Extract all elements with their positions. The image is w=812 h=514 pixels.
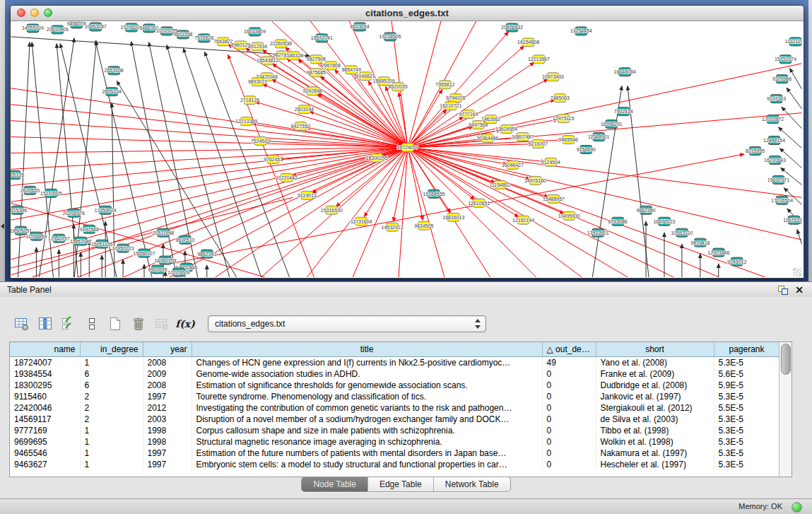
table-cell[interactable]: 2008: [143, 380, 192, 391]
graph-node[interactable]: 15219905: [40, 189, 62, 197]
table-cell[interactable]: Tourette syndrome. Phenomenology and cla…: [192, 391, 542, 402]
table-cell[interactable]: Wolkin et al. (1998): [596, 436, 714, 448]
row-height-icon[interactable]: [81, 314, 102, 334]
table-cell[interactable]: Franke et al. (2009): [596, 368, 714, 380]
select-columns-icon[interactable]: [58, 314, 79, 334]
table-cell[interactable]: 0: [542, 436, 596, 448]
table-cell[interactable]: Jankovic et al. (1997): [596, 391, 714, 402]
table-cell[interactable]: Nakamura et al. (1997): [596, 448, 714, 459]
table-cell[interactable]: 18300295: [10, 380, 80, 391]
graph-node[interactable]: 20511998: [153, 228, 175, 237]
table-cell[interactable]: 0: [542, 414, 596, 425]
graph-node[interactable]: 12213967: [528, 55, 550, 64]
table-cell[interactable]: Dudbridge et al. (2008): [596, 380, 714, 391]
table-cell[interactable]: Genome-wide association studies in ADHD.: [192, 368, 542, 380]
table-cell[interactable]: 1997: [143, 459, 192, 470]
table-cell[interactable]: Disruption of a novel member of a sodium…: [192, 414, 542, 425]
graph-node[interactable]: 16154808: [517, 38, 539, 47]
graph-node[interactable]: 9875685: [307, 69, 326, 77]
graph-node[interactable]: 15316530: [321, 206, 343, 214]
table-cell[interactable]: 5.3E-5: [714, 425, 779, 436]
table-cell[interactable]: 1: [80, 459, 143, 470]
graph-node[interactable]: 11544901: [588, 133, 610, 141]
scrollbar-thumb[interactable]: [781, 344, 791, 375]
graph-node[interactable]: 2803144: [295, 105, 314, 114]
column-header-in_degree[interactable]: in_degree: [80, 342, 143, 357]
graph-node[interactable]: 18572241: [311, 34, 333, 42]
maximize-button[interactable]: [44, 8, 52, 17]
table-cell[interactable]: 5.3E-5: [714, 414, 779, 425]
graph-node[interactable]: 9242848: [303, 87, 322, 95]
table-cell[interactable]: Tibbo et al. (1998): [596, 425, 714, 436]
table-cell[interactable]: 9463627: [10, 459, 80, 470]
graph-node[interactable]: 10553310: [671, 228, 693, 237]
table-cell[interactable]: 0: [542, 448, 596, 459]
close-button[interactable]: [17, 8, 25, 17]
graph-node[interactable]: 7515526: [194, 34, 213, 42]
column-header-out_de[interactable]: △ out_de…: [542, 342, 596, 357]
graph-node[interactable]: 14532913: [382, 223, 404, 231]
table-row[interactable]: 1830029562008Estimation of significance …: [10, 380, 779, 391]
graph-node[interactable]: 15958107: [134, 249, 155, 257]
graph-node[interactable]: 8522035: [388, 83, 407, 91]
table-cell[interactable]: 5.3E-5: [714, 357, 779, 369]
graph-node[interactable]: 15488957: [543, 194, 565, 203]
table-cell[interactable]: 5.3E-5: [714, 448, 779, 459]
table-cell[interactable]: Estimation of significance thresholds fo…: [192, 380, 542, 391]
graph-node[interactable]: 9617510: [175, 235, 194, 244]
network-window-titlebar[interactable]: citations_edges.txt: [11, 6, 804, 21]
graph-node[interactable]: 10220009: [167, 268, 189, 276]
graph-node[interactable]: 15184555: [423, 189, 445, 198]
graph-node[interactable]: 15692971: [767, 175, 789, 184]
graph-node[interactable]: 9465546: [559, 136, 578, 144]
graph-node[interactable]: 6794028: [446, 94, 465, 103]
table-row[interactable]: 1872400712008Changes of HCN gene express…: [10, 357, 779, 369]
graph-node[interactable]: 9777169: [459, 110, 478, 119]
table-cell[interactable]: Corpus callosum shape and size in male p…: [192, 425, 542, 436]
close-panel-icon[interactable]: ✕: [795, 285, 804, 295]
node-table-grid[interactable]: namein_degreeyeartitle△ out_de…shortpage…: [10, 342, 780, 470]
table-cell[interactable]: 9465546: [10, 448, 80, 459]
table-settings-icon[interactable]: [11, 314, 33, 334]
table-cell[interactable]: 18724007: [10, 357, 80, 369]
graph-node[interactable]: 11121191: [785, 37, 802, 46]
table-row[interactable]: 2242004622012Investigating the contribut…: [10, 402, 779, 414]
table-cell[interactable]: 2: [80, 391, 143, 402]
tab-node-table[interactable]: Node Table: [302, 477, 367, 491]
graph-node[interactable]: 12975115: [553, 115, 575, 123]
table-cell[interactable]: 1998: [143, 425, 192, 436]
graph-node[interactable]: 10973493: [542, 73, 564, 81]
graph-node[interactable]: 9456078: [67, 21, 86, 28]
table-cell[interactable]: 5.5E-5: [714, 402, 779, 414]
graph-node[interactable]: 16816013: [442, 213, 464, 221]
graph-node[interactable]: 6793086: [608, 217, 628, 226]
table-cell[interactable]: 9699695: [10, 436, 80, 448]
graph-node[interactable]: 11154802: [490, 180, 511, 189]
table-cell[interactable]: Yano et al. (2008): [596, 357, 714, 369]
table-header-row[interactable]: namein_degreeyeartitle△ out_de…shortpage…: [10, 342, 779, 357]
graph-node[interactable]: 22260538: [270, 40, 292, 48]
graph-node[interactable]: 9671358: [173, 30, 192, 39]
table-row[interactable]: 911546021997Tourette syndrome. Phenomeno…: [10, 391, 779, 402]
table-cell[interactable]: 6: [80, 368, 143, 380]
tab-edge-table[interactable]: Edge Table: [367, 477, 433, 491]
graph-node[interactable]: 7955812: [435, 81, 454, 89]
table-cell[interactable]: 1997: [143, 448, 192, 459]
graph-node[interactable]: 12923446: [707, 248, 729, 257]
float-panel-icon[interactable]: [778, 286, 788, 295]
graph-node[interactable]: 6216007: [529, 140, 548, 148]
table-cell[interactable]: 2: [80, 402, 143, 414]
table-cell[interactable]: 1: [80, 436, 143, 448]
table-cell[interactable]: 0: [542, 425, 596, 436]
graph-node[interactable]: 16996291: [601, 120, 623, 129]
table-cell[interactable]: 5.3E-5: [714, 459, 779, 470]
graph-node[interactable]: 17913901: [587, 228, 609, 237]
graph-node[interactable]: 10653287: [85, 23, 107, 31]
table-cell[interactable]: Stergiakouli et al. (2012): [596, 402, 714, 414]
graph-node[interactable]: 15751074: [775, 55, 796, 64]
table-cell[interactable]: 2009: [143, 368, 192, 380]
graph-node[interactable]: 7524502: [251, 137, 270, 146]
graph-node[interactable]: 9154490: [577, 146, 596, 154]
table-row[interactable]: 1456911722003Disruption of a novel membe…: [10, 414, 779, 425]
graph-node[interactable]: 14055724: [22, 24, 44, 33]
